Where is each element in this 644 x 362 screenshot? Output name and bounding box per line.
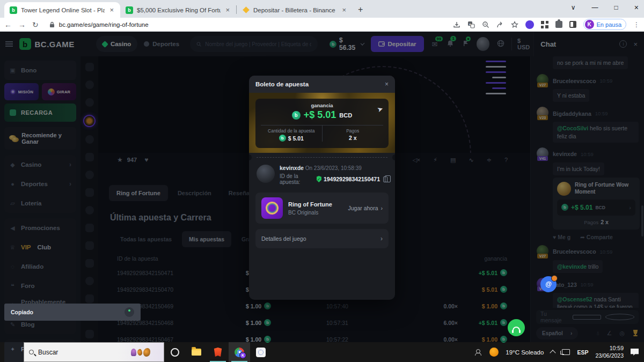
table-row[interactable]: 194929298342150469 $ 1.00b 10:57:40 0.00… xyxy=(98,298,530,314)
sidebar-item-bono[interactable]: ▣ Bono xyxy=(4,61,76,80)
sidebar-item-promociones[interactable]: ◀ Promociones xyxy=(4,218,76,238)
share-icon[interactable] xyxy=(496,21,504,28)
tab-close-icon[interactable]: × xyxy=(341,6,347,14)
modal-close-icon[interactable]: × xyxy=(385,80,389,88)
keyboard-language[interactable]: ESP xyxy=(577,349,588,356)
tab-todas-las-apuestas[interactable]: Todas las apuestas xyxy=(113,231,179,247)
game-card[interactable]: Ring of Fortune BC Originals Jugar ahora… xyxy=(255,193,389,224)
chat-language-selector[interactable]: Español › xyxy=(536,327,578,339)
live-stats-icon[interactable]: ∿ xyxy=(469,157,473,164)
rail-game-icon[interactable] xyxy=(85,98,94,107)
game-search-input[interactable]: Nombre del juego | Proveedor | Etiqueta … xyxy=(190,36,318,52)
new-tab-button[interactable]: + xyxy=(358,5,363,14)
taskbar-app-chrome[interactable] xyxy=(229,342,250,362)
taskbar-clock[interactable]: 10:59 23/06/2023 xyxy=(595,345,624,359)
leaderboard-icon[interactable]: ≑ xyxy=(487,157,492,164)
translate-icon[interactable]: a xyxy=(467,21,475,28)
browser-tab-3[interactable]: Depositar - Billetera - Binance × xyxy=(237,2,353,18)
mention[interactable]: @kevinxde xyxy=(557,263,587,270)
search-highlight-butterfly[interactable] xyxy=(118,343,164,361)
taskbar-app-explorer[interactable] xyxy=(186,342,207,362)
reload-button[interactable]: ↻ xyxy=(32,21,39,28)
people-icon[interactable] xyxy=(475,349,482,356)
like-heart-icon[interactable]: ♥ xyxy=(144,156,148,164)
rail-game-icon[interactable] xyxy=(85,63,94,71)
turbo-icon[interactable]: ⚡ xyxy=(433,157,437,164)
zoom-icon[interactable] xyxy=(482,21,489,28)
shared-win-card[interactable]: Ring of Fortune Wow Moment b +$ 5.01 BCD… xyxy=(553,178,640,230)
scroll-to-bottom-button[interactable]: @ xyxy=(540,276,557,292)
like-button[interactable]: ♥ Me g xyxy=(553,234,570,240)
chat-scrollbar[interactable] xyxy=(641,205,643,237)
extension-icon[interactable] xyxy=(525,20,534,29)
messages-icon[interactable]: ✉99 xyxy=(430,40,440,48)
sidebar-item-vip-club[interactable]: ♕ VIP Club xyxy=(4,238,76,257)
forward-button[interactable]: → xyxy=(18,21,26,28)
bookmark-star-icon[interactable] xyxy=(511,21,518,28)
quests-icon[interactable]: ● xyxy=(461,40,470,48)
tab-mis-apuestas[interactable]: Mis apuestas xyxy=(182,231,231,247)
brand-logo[interactable]: b BC.GAME xyxy=(19,38,75,50)
chat-message-input[interactable]: Tu mensaje xyxy=(536,310,639,324)
tab-descripcion[interactable]: Descripción xyxy=(170,185,219,201)
fiat-currency-label[interactable]: $ USD xyxy=(511,38,533,50)
rail-game-icon[interactable] xyxy=(85,188,94,197)
maximize-button[interactable]: □ xyxy=(614,4,618,11)
back-button[interactable]: ← xyxy=(4,21,12,28)
balance-dropdown[interactable]: b $ 56.35 xyxy=(330,36,364,51)
browser-profile-chip[interactable]: K En pausa xyxy=(583,19,626,30)
tab-close-icon[interactable]: × xyxy=(108,6,115,14)
address-bar[interactable]: bc.game/es/game/ring-of-fortune xyxy=(45,21,447,28)
refer-and-earn-button[interactable]: Recomiende y Ganar xyxy=(4,127,76,150)
taskbar-app-brave[interactable] xyxy=(207,342,229,362)
table-row[interactable]: 194929298342150468 $ 1.00b 10:57:31 6.00… xyxy=(98,314,530,331)
rain-icon[interactable]: 💧︎ xyxy=(597,330,599,337)
rail-game-icon[interactable] xyxy=(85,206,94,215)
trophy-icon[interactable] xyxy=(632,330,639,336)
play-now-link[interactable]: Jugar ahora › xyxy=(348,205,383,211)
rail-game-icon[interactable] xyxy=(85,224,94,232)
favorites-star-icon[interactable]: ★ xyxy=(117,156,123,164)
mention[interactable]: @CocoSilvi xyxy=(557,125,588,131)
emoji-icon[interactable] xyxy=(605,314,634,320)
taskbar-app-cortana[interactable] xyxy=(164,342,186,362)
rail-game-icon[interactable] xyxy=(85,277,94,285)
coin-drop-icon[interactable]: ◎ xyxy=(619,330,625,337)
rail-game-icon-ring-of-fortune-active[interactable] xyxy=(84,116,94,126)
save-icon[interactable] xyxy=(453,21,460,28)
live-support-button[interactable] xyxy=(508,319,525,336)
rail-game-icon[interactable] xyxy=(85,294,94,303)
help-icon[interactable]: ? xyxy=(504,157,508,164)
sidebar-item-casino[interactable]: ◆ Casino › xyxy=(4,155,76,174)
rail-game-icon[interactable] xyxy=(85,330,94,338)
browser-menu-icon[interactable]: ⋮ xyxy=(633,21,640,28)
rules-icon[interactable]: ∠ xyxy=(607,330,612,337)
mention[interactable]: @Oscense52 xyxy=(557,296,592,302)
weather-text[interactable]: 19°C Soleado xyxy=(506,349,544,356)
browser-tab-1[interactable]: Tower Legend Online Slot - Play o × xyxy=(4,2,120,18)
sidebar-item-loteria[interactable]: ▱ Lotería xyxy=(4,194,76,213)
bet-username[interactable]: kevinxde xyxy=(280,165,304,171)
sidebar-item-foro[interactable]: ❝ Foro xyxy=(4,276,76,295)
game-details-row[interactable]: Detalles del juego › xyxy=(255,229,389,248)
sidebar-item-deportes[interactable]: ● Deportes › xyxy=(4,174,76,194)
network-icon[interactable] xyxy=(562,349,570,355)
weather-sun-icon[interactable] xyxy=(489,348,499,357)
chat-close-icon[interactable]: × xyxy=(633,40,638,48)
side-panel-icon[interactable] xyxy=(569,21,576,28)
recharge-button[interactable]: RECARGA xyxy=(4,104,76,122)
browser-tab-2[interactable]: $5,000 Exclusive Ring Of Fortune × xyxy=(120,2,236,18)
tab-close-icon[interactable]: × xyxy=(224,6,231,14)
notifications-bell-icon[interactable]: 1 xyxy=(445,40,455,48)
rail-game-icon[interactable] xyxy=(85,135,94,144)
deposit-button[interactable]: Depositar xyxy=(371,36,424,52)
tab-ring-of-fortune[interactable]: Ring of Fortune xyxy=(109,185,168,201)
extensions-puzzle-icon[interactable] xyxy=(555,21,562,28)
rail-game-icon[interactable] xyxy=(85,80,94,89)
chat-messages[interactable]: no se pork a mi ni me abre V27 Bruceleev… xyxy=(531,56,644,308)
taskbar-search[interactable]: Buscar xyxy=(24,342,164,362)
action-center-icon[interactable] xyxy=(631,349,639,356)
sidebar-item-afiliado[interactable]: ◌ Afiliado xyxy=(4,257,76,276)
qr-extension-icon[interactable] xyxy=(541,21,548,28)
hotkeys-icon[interactable]: ▤ xyxy=(450,157,456,164)
